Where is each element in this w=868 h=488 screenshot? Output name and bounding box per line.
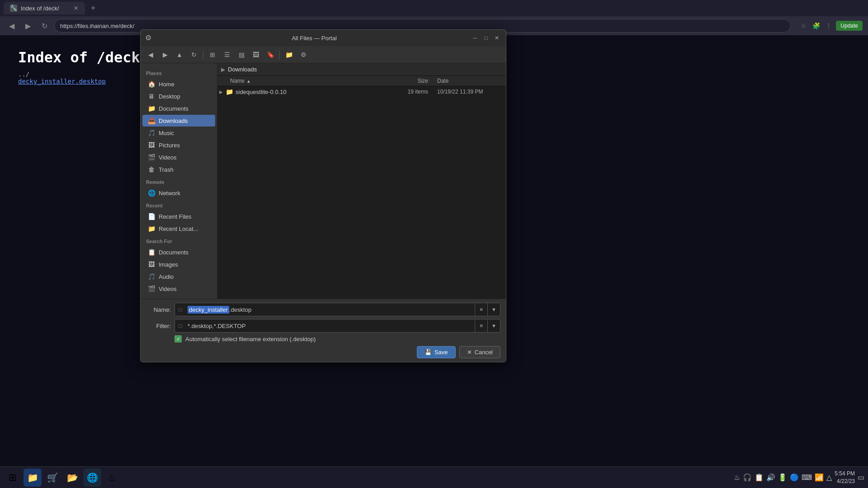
file-list: ▶ 📁 sidequestlite-0.0.10 19 items 10/19/…	[217, 86, 506, 299]
sidebar-item-documents[interactable]: 📁 Documents	[142, 103, 215, 114]
sidebar-item-search-videos[interactable]: 🎬 Videos	[142, 283, 215, 295]
taskbar: ⊞ 📁 🛒 📂 🌐 ♨ ♨ 🎧 📋 🔊 🔋 🔵 ⌨ 📶 △ 5:54 PM 4/…	[0, 466, 868, 488]
url-text: https://files.ihainan.me/deck/	[60, 23, 134, 29]
sidebar-item-search-videos-label: Videos	[159, 286, 177, 292]
sidebar-item-home[interactable]: 🏠 Home	[142, 78, 215, 90]
cancel-button[interactable]: ✕ Cancel	[459, 346, 500, 358]
sidebar-item-trash[interactable]: 🗑 Trash	[142, 164, 215, 175]
col-size-header[interactable]: Size	[388, 78, 434, 84]
toolbar-up-btn[interactable]: ▲	[173, 48, 186, 61]
sidebar-item-search-images-label: Images	[159, 261, 178, 268]
sidebar-item-search-documents-label: Documents	[159, 249, 189, 256]
toolbar-new-folder-btn[interactable]: 📁	[283, 48, 295, 61]
taskbar-start-btn[interactable]: ⊞	[4, 469, 22, 487]
toolbar-list-view-btn[interactable]: ☰	[221, 48, 233, 61]
taskbar-app-chrome[interactable]: 🌐	[83, 469, 101, 487]
dialog-toolbar: ◀ ▶ ▲ ↻ ⊞ ☰ ▤ 🖼 🔖 📁 ⚙	[141, 46, 506, 63]
dialog-file-area: ▶ Downloads Name ▲ Size Date ▶ 📁 sideque…	[217, 63, 506, 299]
filter-clear-btn[interactable]: ✕	[475, 319, 487, 332]
taskbar-app-files[interactable]: 📁	[24, 469, 42, 487]
sidebar-item-desktop[interactable]: 🖥 Desktop	[142, 90, 215, 102]
filter-input-icon: □	[175, 323, 186, 329]
location-bar: ▶ Downloads	[217, 63, 506, 76]
battery-icon[interactable]: 🔋	[778, 473, 787, 482]
toolbar-icons-view-btn[interactable]: ⊞	[206, 48, 219, 61]
headphone-icon[interactable]: 🎧	[743, 473, 752, 482]
save-button[interactable]: 💾 Save	[417, 346, 456, 358]
search-images-icon: 🖼	[148, 261, 155, 268]
col-name-header[interactable]: Name ▲	[217, 78, 388, 84]
sidebar-item-search-images[interactable]: 🖼 Images	[142, 258, 215, 270]
sidebar-item-search-audio[interactable]: 🎵 Audio	[142, 271, 215, 282]
recent-locations-icon: 📁	[148, 225, 155, 232]
taskbar-time-value: 5:54 PM	[835, 470, 855, 478]
file-link[interactable]: decky_installer.desktop	[18, 78, 106, 85]
col-date-header[interactable]: Date	[434, 78, 506, 84]
remote-section-label: Remote	[141, 176, 217, 187]
toolbar-bookmarks-btn[interactable]: 🔖	[264, 48, 277, 61]
sidebar-item-videos[interactable]: 🎬 Videos	[142, 151, 215, 163]
name-input-icon: □	[175, 306, 186, 313]
taskbar-clock[interactable]: 5:54 PM 4/22/23	[835, 470, 855, 485]
sidebar-item-recent-files-label: Recent Files	[159, 213, 191, 220]
expand-arrow[interactable]: ▶	[217, 89, 225, 94]
toolbar-refresh-btn[interactable]: ↻	[188, 48, 200, 61]
toolbar-back-btn[interactable]: ◀	[144, 48, 157, 61]
toolbar-forward-btn[interactable]: ▶	[159, 48, 171, 61]
active-tab[interactable]: 🔧 Index of /deck/ ✕	[4, 2, 85, 14]
taskbar-app-steam[interactable]: ♨	[103, 469, 121, 487]
sidebar-item-recent-locations[interactable]: 📁 Recent Locat...	[142, 223, 215, 235]
sidebar-item-network[interactable]: 🌐 Network	[142, 187, 215, 199]
update-button[interactable]: Update	[836, 21, 863, 31]
dialog-minimize-btn[interactable]: ─	[471, 33, 480, 42]
name-clear-btn[interactable]: ✕	[475, 303, 487, 316]
sidebar-item-search-documents[interactable]: 📋 Documents	[142, 246, 215, 258]
name-rest-text: .desktop	[229, 306, 251, 313]
extension-icon[interactable]: 🧩	[811, 20, 821, 31]
name-dropdown-btn[interactable]: ▼	[487, 303, 500, 316]
sidebar-item-pictures-label: Pictures	[159, 142, 180, 149]
sidebar-item-pictures[interactable]: 🖼 Pictures	[142, 139, 215, 151]
toolbar-compact-view-btn[interactable]: ▤	[235, 48, 248, 61]
filter-value: *.desktop,*.DESKTOP	[188, 323, 245, 329]
toolbar-preview-btn[interactable]: 🖼	[250, 48, 262, 61]
dialog-close-btn[interactable]: ✕	[492, 33, 501, 42]
search-section-label: Search For	[141, 235, 217, 246]
checkbox-label: Automatically select filename extension …	[185, 336, 316, 343]
steam-icon[interactable]: ♨	[734, 473, 740, 482]
bluetooth-icon[interactable]: 🔵	[790, 473, 799, 482]
sidebar-item-recent-files[interactable]: 📄 Recent Files	[142, 211, 215, 222]
forward-button[interactable]: ▶	[22, 19, 34, 32]
menu-icon[interactable]: ⋮	[823, 20, 834, 31]
auto-extension-checkbox[interactable]: ✓	[175, 335, 182, 343]
new-tab-button[interactable]: +	[87, 2, 99, 14]
tab-close-btn[interactable]: ✕	[73, 5, 79, 12]
table-row[interactable]: ▶ 📁 sidequestlite-0.0.10 19 items 10/19/…	[217, 86, 506, 97]
sidebar-item-recent-locations-label: Recent Locat...	[159, 225, 198, 232]
desktop-show-icon[interactable]: ▭	[858, 473, 864, 482]
dialog-maximize-btn[interactable]: □	[481, 33, 491, 42]
clipboard-icon[interactable]: 📋	[755, 473, 764, 482]
file-name: sidequestlite-0.0.10	[234, 89, 388, 95]
volume-icon[interactable]: 🔊	[766, 473, 775, 482]
expand-icon[interactable]: △	[826, 473, 832, 482]
name-row: Name: □ decky_installer.desktop ✕ ▼	[146, 303, 500, 316]
sidebar-item-music[interactable]: 🎵 Music	[142, 127, 215, 139]
search-audio-icon: 🎵	[148, 273, 155, 280]
name-input[interactable]: decky_installer.desktop	[186, 306, 475, 314]
sidebar-item-search-audio-label: Audio	[159, 273, 174, 280]
footer-buttons: 💾 Save ✕ Cancel	[146, 346, 500, 358]
toolbar-properties-btn[interactable]: ⚙	[297, 48, 310, 61]
reload-button[interactable]: ↻	[38, 19, 51, 32]
pictures-icon: 🖼	[148, 141, 155, 149]
filter-input[interactable]: *.desktop,*.DESKTOP	[186, 323, 475, 329]
wifi-icon[interactable]: 📶	[815, 473, 824, 482]
taskbar-app-manager[interactable]: 📂	[63, 469, 81, 487]
back-button[interactable]: ◀	[5, 19, 18, 32]
bookmark-icon[interactable]: ☆	[798, 20, 809, 31]
sidebar-item-downloads[interactable]: 📥 Downloads	[142, 115, 215, 127]
filter-row: Filter: □ *.desktop,*.DESKTOP ✕ ▼	[146, 319, 500, 333]
filter-dropdown-btn[interactable]: ▼	[487, 319, 500, 332]
keyboard-icon[interactable]: ⌨	[802, 473, 812, 482]
taskbar-app-store[interactable]: 🛒	[43, 469, 61, 487]
